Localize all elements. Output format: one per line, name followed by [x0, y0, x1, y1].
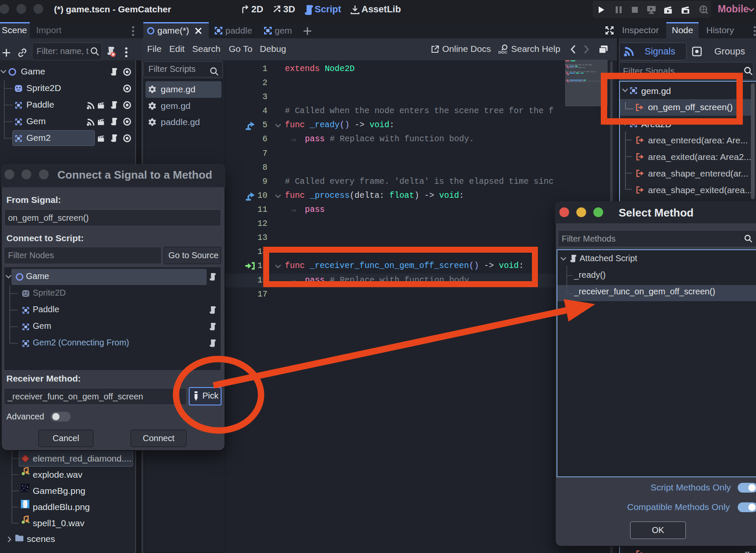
svg-text:DOC: DOC	[498, 50, 507, 54]
